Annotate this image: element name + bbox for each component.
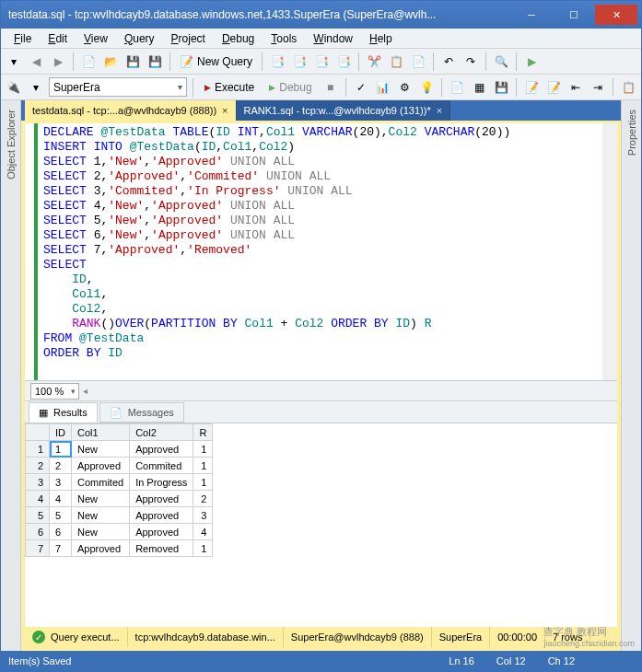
change-connection-button[interactable]: 🔌 [5,78,23,97]
table-row[interactable]: 11NewApproved1 [26,441,213,458]
continue-button[interactable]: ▶ [522,52,541,71]
cell[interactable]: New [72,524,130,540]
cell[interactable]: 4 [193,524,213,540]
zoom-combo[interactable]: 100 % [30,383,79,400]
intellisense-button[interactable]: 💡 [417,78,436,97]
cut-button[interactable]: ✂️ [365,52,383,71]
cell[interactable]: 3 [193,507,213,524]
tab-messages[interactable]: 📄 Messages [99,402,184,423]
toolbar-icon[interactable]: 📑 [268,52,286,71]
tab-results[interactable]: ▦ Results [29,402,98,423]
column-header[interactable]: R [193,424,213,441]
cell[interactable]: Removed [130,540,193,557]
properties-tab[interactable]: Properties [621,100,641,651]
menu-help[interactable]: Help [362,30,400,47]
menu-file[interactable]: File [6,30,39,47]
table-row[interactable]: 22ApprovedCommited1 [26,458,213,474]
toolbar-icon[interactable]: 📑 [312,52,331,71]
cell[interactable]: 3 [50,474,72,491]
sql-editor[interactable]: DECLARE @TestData TABLE(ID INT,Col1 VARC… [25,123,617,381]
toolbar-icon[interactable]: 📑 [334,52,353,71]
results-to-text-button[interactable]: 📄 [448,78,466,97]
increase-indent-button[interactable]: ⇥ [589,78,607,97]
database-combo[interactable]: SuperEra [49,77,187,97]
menu-project[interactable]: Project [164,30,213,47]
decrease-indent-button[interactable]: ⇤ [566,78,585,97]
cell[interactable]: 7 [50,540,72,557]
menu-view[interactable]: View [76,30,115,47]
results-grid[interactable]: IDCol1Col2R11NewApproved122ApprovedCommi… [25,423,617,627]
cancel-query-button[interactable]: ■ [321,78,340,97]
cell[interactable]: 1 [193,458,213,474]
table-row[interactable]: 44NewApproved2 [26,491,213,507]
parse-button[interactable]: ✓ [352,78,370,97]
column-header[interactable]: Col2 [130,424,193,441]
comment-button[interactable]: 📝 [522,78,541,97]
cell[interactable]: Commited [130,458,193,474]
cell[interactable]: New [72,491,130,507]
window-minimize-button[interactable]: ─ [510,5,553,25]
undo-button[interactable]: ↶ [439,52,458,71]
cell[interactable]: New [72,441,130,458]
window-maximize-button[interactable]: ☐ [553,5,595,25]
collapse-icon[interactable]: ◂ [83,386,88,396]
cell[interactable]: 2 [50,458,72,474]
new-project-button[interactable]: 📄 [79,52,98,71]
menu-query[interactable]: Query [117,30,162,47]
menu-edit[interactable]: Edit [41,30,75,47]
column-header[interactable]: ID [50,424,72,441]
menu-debug[interactable]: Debug [215,30,262,47]
cell[interactable]: 1 [193,441,213,458]
execute-button[interactable]: Execute [199,77,260,98]
doc-tab[interactable]: RANK1.sql - tcp:w...@wvlhdcayb9 (131))*× [237,100,451,121]
redo-button[interactable]: ↷ [461,52,480,71]
cell[interactable]: Approved [130,507,193,524]
table-row[interactable]: 55NewApproved3 [26,507,213,524]
results-to-grid-button[interactable]: ▦ [470,78,488,97]
open-file-button[interactable]: 📂 [101,52,120,71]
doc-tab[interactable]: testdata.sql - tcp:...a@wvlhdcayb9 (888)… [25,100,237,121]
menu-tools[interactable]: Tools [263,30,304,47]
display-plan-button[interactable]: 📊 [374,78,392,97]
navigate-back-button[interactable]: ◀ [27,52,45,71]
cell[interactable]: Approved [130,491,193,507]
disconnect-button[interactable]: ▾ [27,78,45,97]
editor-scrollbar[interactable] [602,123,617,380]
cell[interactable]: 1 [50,441,72,458]
cell[interactable]: Approved [72,458,130,474]
copy-button[interactable]: 📋 [387,52,405,71]
column-header[interactable]: Col1 [72,424,130,441]
cell[interactable]: Approved [130,524,193,540]
table-row[interactable]: 77ApprovedRemoved1 [26,540,213,557]
cell[interactable]: New [72,507,130,524]
cell[interactable]: 5 [50,507,72,524]
cell[interactable]: 6 [50,524,72,540]
cell[interactable]: 1 [193,540,213,557]
menu-window[interactable]: Window [306,30,360,47]
column-header[interactable] [26,424,50,441]
dropdown-icon[interactable]: ▾ [5,52,23,71]
save-all-button[interactable]: 💾 [146,52,164,71]
cell[interactable]: Commited [72,474,130,491]
cell[interactable]: 2 [193,491,213,507]
object-explorer-tab[interactable]: Object Explorer [1,100,21,651]
cell[interactable]: 1 [193,474,213,491]
editor-code[interactable]: DECLARE @TestData TABLE(ID INT,Col1 VARC… [38,123,617,380]
specify-values-button[interactable]: 📋 [619,78,637,97]
navigate-forward-button[interactable]: ▶ [49,52,67,71]
close-icon[interactable]: × [222,105,228,116]
new-query-button[interactable]: 📝 New Query [176,52,256,72]
cell[interactable]: Approved [72,540,130,557]
find-button[interactable]: 🔍 [492,52,510,71]
cell[interactable]: In Progress [130,474,193,491]
uncomment-button[interactable]: 📝 [544,78,563,97]
cell[interactable]: Approved [130,441,193,458]
window-close-button[interactable]: ✕ [595,5,637,25]
query-options-button[interactable]: ⚙ [396,78,414,97]
paste-button[interactable]: 📄 [409,52,427,71]
close-icon[interactable]: × [437,105,442,116]
results-to-file-button[interactable]: 💾 [492,78,510,97]
table-row[interactable]: 33CommitedIn Progress1 [26,474,213,491]
cell[interactable]: 4 [50,491,72,507]
debug-button[interactable]: Debug [263,77,317,98]
